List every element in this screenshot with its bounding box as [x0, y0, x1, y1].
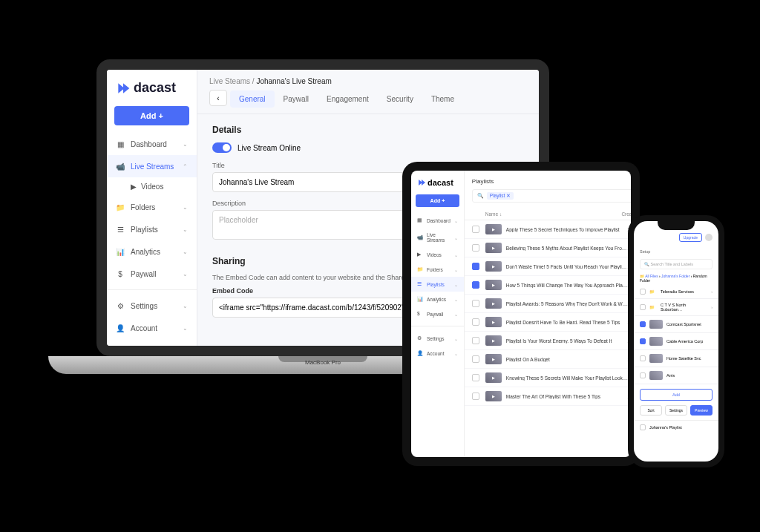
filter-chip[interactable]: Playlist ✕ [487, 192, 514, 200]
checkbox[interactable] [472, 281, 479, 289]
sidebar-item-paywall[interactable]: $Paywall⌄ [107, 263, 197, 285]
chevron-icon: › [711, 289, 712, 294]
table-header: Name ↓ Created ↓ Status [465, 207, 631, 220]
add-button[interactable]: Add [640, 389, 712, 401]
search-input[interactable]: 🔍 Search Title and Labels [640, 259, 712, 269]
tab-paywall[interactable]: Paywall [275, 91, 318, 108]
checkbox[interactable] [472, 263, 479, 270]
tab-general[interactable]: General [230, 91, 275, 108]
checkbox[interactable] [472, 374, 479, 381]
row-name: Playlist Is Your Worst Enemy. 5 Ways To … [506, 338, 628, 344]
avatar[interactable] [705, 234, 712, 241]
sidebar-item-settings[interactable]: ⚙Settings⌄ [107, 295, 197, 317]
tablet-device: dacast Add + ▦Dashboard⌄📹Live Streams⌄▶V… [402, 162, 640, 466]
col-name[interactable]: Name ↓ [485, 211, 622, 217]
folder-row[interactable]: 📁Teleradio Services› [634, 285, 718, 299]
checkbox[interactable] [472, 337, 479, 344]
checkbox[interactable] [640, 372, 646, 378]
online-toggle[interactable] [212, 142, 232, 153]
checkbox[interactable] [640, 338, 646, 344]
sidebar-item-live-streams[interactable]: 📹Live Streams⌃ [107, 155, 197, 177]
table-row[interactable]: Playlist Awards: 5 Reasons Why They Don'… [465, 295, 631, 313]
chevron-icon: ⌄ [183, 271, 188, 278]
chevron-icon: ⌄ [454, 235, 458, 240]
table-row[interactable]: How 5 Things Will Change The Way You App… [465, 276, 631, 295]
sidebar-item-folders[interactable]: 📁Folders⌄ [411, 262, 464, 277]
checkbox[interactable] [640, 304, 646, 310]
folder-icon: 📁 [417, 266, 423, 272]
thumbnail [649, 320, 663, 329]
sidebar-item-account[interactable]: 👤Account⌄ [107, 317, 197, 339]
table-row[interactable]: Believing These 5 Myths About Playlist K… [465, 239, 631, 257]
settings-button[interactable]: Settings [665, 405, 687, 416]
thumbnail [485, 298, 502, 309]
checkbox[interactable] [472, 393, 479, 400]
row-name: Believing These 5 Myths About Playlist K… [506, 246, 628, 251]
thumbnail [649, 371, 663, 380]
dollar-icon: $ [417, 311, 423, 317]
tab-engagement[interactable]: Engagement [318, 91, 378, 108]
sidebar-item-dashboard[interactable]: ▦Dashboard⌄ [411, 213, 464, 228]
breadcrumb-parent[interactable]: Live Steams [209, 77, 250, 85]
list-item[interactable]: Cable America Corp [634, 333, 718, 350]
chevron-icon: ⌄ [183, 303, 188, 309]
upgrade-button[interactable]: Upgrade [679, 233, 702, 242]
checkbox[interactable] [472, 318, 479, 326]
checkbox[interactable] [472, 226, 479, 233]
list-item[interactable]: Comcast Sportsnet [634, 316, 718, 333]
table-row[interactable]: Apply These 5 Secret Techniques To Impro… [465, 220, 631, 239]
sidebar-item-analytics[interactable]: 📊Analytics⌄ [411, 292, 464, 306]
col-created[interactable]: Created ↓ [621, 211, 631, 217]
preview-button[interactable]: Preview [690, 405, 712, 416]
list-icon: ☰ [116, 225, 125, 234]
chevron-icon: ⌄ [454, 218, 458, 223]
sidebar-item-settings[interactable]: ⚙Settings⌄ [411, 331, 464, 346]
checkbox[interactable] [472, 300, 479, 307]
sidebar-item-paywall[interactable]: $Paywall⌄ [411, 306, 464, 321]
tab-theme[interactable]: Theme [422, 91, 463, 108]
sidebar-item-videos[interactable]: ▶Videos [107, 177, 197, 196]
chevron-icon: ⌄ [454, 297, 458, 302]
checkbox[interactable] [472, 244, 479, 252]
sidebar-item-live-streams[interactable]: 📹Live Streams⌄ [411, 228, 464, 247]
sidebar-item-playlists[interactable]: ☰Playlists⌄ [107, 218, 197, 240]
add-button[interactable]: Add + [416, 194, 459, 207]
chevron-icon: ⌃ [183, 163, 188, 170]
search-bar[interactable]: 🔍 Playlist ✕ [472, 189, 631, 203]
sort-button[interactable]: Sort [640, 405, 662, 416]
chevron-icon: ⌄ [454, 252, 458, 257]
checkbox[interactable] [640, 355, 646, 361]
row-name: Playlist Awards: 5 Reasons Why They Don'… [506, 301, 628, 306]
chevron-icon: ⌄ [454, 267, 458, 272]
table-row[interactable]: Playlist On A Budget 28/05/2020, 13:00 [465, 350, 631, 369]
checkbox[interactable] [472, 355, 479, 363]
list-item[interactable]: Arris [634, 367, 718, 384]
list-item[interactable]: Home Satellite Svc [634, 350, 718, 367]
table-row[interactable]: Knowing These 5 Secrets Will Make Your P… [465, 369, 631, 387]
search-icon: 🔍 [477, 193, 484, 199]
folder-row[interactable]: 📁C T V S North Suburban…› [634, 299, 718, 316]
chevron-icon: ⌄ [454, 336, 458, 341]
breadcrumb-folder[interactable]: Johanna's Folder [661, 274, 689, 278]
folder-icon: 📁 [649, 305, 657, 309]
toggle-label: Live Stream Online [238, 144, 301, 152]
sidebar-item-analytics[interactable]: 📊Analytics⌄ [107, 240, 197, 263]
sidebar-item-playlists[interactable]: ☰Playlists⌄ [411, 277, 464, 292]
sidebar-item-account[interactable]: 👤Account⌄ [411, 346, 464, 361]
dollar-icon: $ [116, 269, 125, 278]
sidebar-item-videos[interactable]: ▶Videos⌄ [411, 247, 464, 262]
breadcrumb-current: Johanna's Live Stream [256, 77, 331, 85]
checkbox[interactable] [640, 289, 646, 295]
chevron-icon: ⌄ [183, 249, 188, 255]
add-button[interactable]: Add + [114, 106, 189, 125]
sidebar-item-folders[interactable]: 📁Folders⌄ [107, 196, 197, 218]
table-row[interactable]: Master The Art Of Playlist With These 5 … [465, 387, 631, 406]
table-row[interactable]: Playlist Is Your Worst Enemy. 5 Ways To … [465, 332, 631, 350]
back-button[interactable]: ‹ [209, 90, 227, 106]
table-row[interactable]: Don't Waste Time! 5 Facts Until You Reac… [465, 257, 631, 276]
thumbnail [485, 335, 502, 346]
tab-security[interactable]: Security [378, 91, 422, 108]
checkbox[interactable] [640, 321, 646, 327]
table-row[interactable]: Playlist Doesn't Have To Be Hard. Read T… [465, 313, 631, 332]
sidebar-item-dashboard[interactable]: ▦Dashboard⌄ [107, 133, 197, 155]
